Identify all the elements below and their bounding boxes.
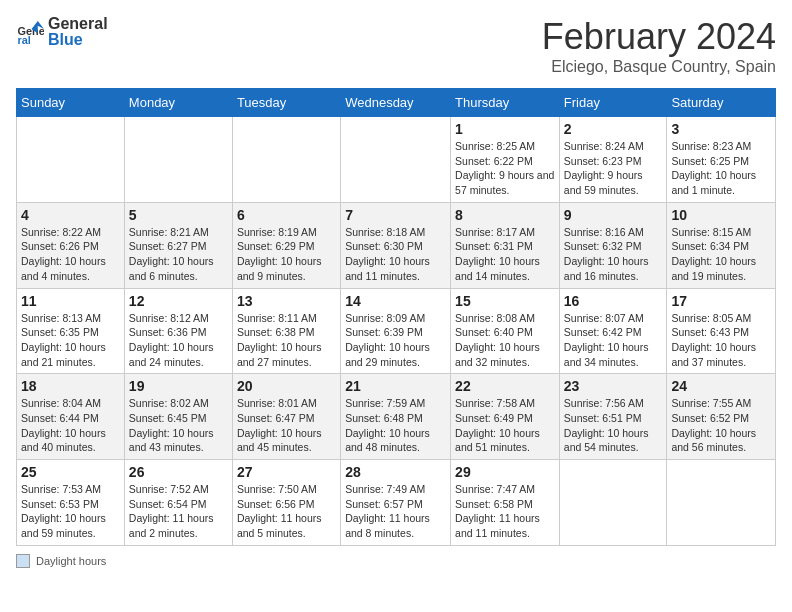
calendar-week-2: 4Sunrise: 8:22 AMSunset: 6:26 PMDaylight… <box>17 202 776 288</box>
day-info: Sunrise: 7:50 AMSunset: 6:56 PMDaylight:… <box>237 482 336 541</box>
calendar-cell: 23Sunrise: 7:56 AMSunset: 6:51 PMDayligh… <box>559 374 667 460</box>
calendar-cell: 5Sunrise: 8:21 AMSunset: 6:27 PMDaylight… <box>124 202 232 288</box>
calendar-cell: 20Sunrise: 8:01 AMSunset: 6:47 PMDayligh… <box>232 374 340 460</box>
logo-icon: Gene ral <box>16 18 44 46</box>
calendar-cell: 12Sunrise: 8:12 AMSunset: 6:36 PMDayligh… <box>124 288 232 374</box>
calendar-week-1: 1Sunrise: 8:25 AMSunset: 6:22 PMDaylight… <box>17 117 776 203</box>
day-number: 29 <box>455 464 555 480</box>
day-info: Sunrise: 8:18 AMSunset: 6:30 PMDaylight:… <box>345 225 446 284</box>
calendar-cell: 25Sunrise: 7:53 AMSunset: 6:53 PMDayligh… <box>17 460 125 546</box>
day-number: 26 <box>129 464 228 480</box>
day-number: 25 <box>21 464 120 480</box>
day-info: Sunrise: 8:23 AMSunset: 6:25 PMDaylight:… <box>671 139 771 198</box>
day-info: Sunrise: 7:47 AMSunset: 6:58 PMDaylight:… <box>455 482 555 541</box>
day-info: Sunrise: 8:08 AMSunset: 6:40 PMDaylight:… <box>455 311 555 370</box>
day-info: Sunrise: 7:59 AMSunset: 6:48 PMDaylight:… <box>345 396 446 455</box>
calendar-cell: 6Sunrise: 8:19 AMSunset: 6:29 PMDaylight… <box>232 202 340 288</box>
day-header-monday: Monday <box>124 89 232 117</box>
day-header-wednesday: Wednesday <box>341 89 451 117</box>
day-number: 14 <box>345 293 446 309</box>
days-header-row: SundayMondayTuesdayWednesdayThursdayFrid… <box>17 89 776 117</box>
day-info: Sunrise: 8:07 AMSunset: 6:42 PMDaylight:… <box>564 311 663 370</box>
day-info: Sunrise: 8:24 AMSunset: 6:23 PMDaylight:… <box>564 139 663 198</box>
calendar-week-3: 11Sunrise: 8:13 AMSunset: 6:35 PMDayligh… <box>17 288 776 374</box>
logo: Gene ral General Blue <box>16 16 108 48</box>
day-number: 3 <box>671 121 771 137</box>
day-info: Sunrise: 8:05 AMSunset: 6:43 PMDaylight:… <box>671 311 771 370</box>
title-area: February 2024 Elciego, Basque Country, S… <box>542 16 776 76</box>
calendar-cell: 26Sunrise: 7:52 AMSunset: 6:54 PMDayligh… <box>124 460 232 546</box>
calendar-cell: 17Sunrise: 8:05 AMSunset: 6:43 PMDayligh… <box>667 288 776 374</box>
day-number: 12 <box>129 293 228 309</box>
day-number: 28 <box>345 464 446 480</box>
calendar-cell: 2Sunrise: 8:24 AMSunset: 6:23 PMDaylight… <box>559 117 667 203</box>
day-number: 9 <box>564 207 663 223</box>
day-info: Sunrise: 7:58 AMSunset: 6:49 PMDaylight:… <box>455 396 555 455</box>
day-info: Sunrise: 8:21 AMSunset: 6:27 PMDaylight:… <box>129 225 228 284</box>
calendar-cell: 8Sunrise: 8:17 AMSunset: 6:31 PMDaylight… <box>451 202 560 288</box>
calendar-cell: 1Sunrise: 8:25 AMSunset: 6:22 PMDaylight… <box>451 117 560 203</box>
day-number: 24 <box>671 378 771 394</box>
calendar-cell: 16Sunrise: 8:07 AMSunset: 6:42 PMDayligh… <box>559 288 667 374</box>
day-info: Sunrise: 8:11 AMSunset: 6:38 PMDaylight:… <box>237 311 336 370</box>
day-number: 20 <box>237 378 336 394</box>
day-info: Sunrise: 7:49 AMSunset: 6:57 PMDaylight:… <box>345 482 446 541</box>
day-number: 15 <box>455 293 555 309</box>
calendar-cell: 24Sunrise: 7:55 AMSunset: 6:52 PMDayligh… <box>667 374 776 460</box>
calendar-cell: 21Sunrise: 7:59 AMSunset: 6:48 PMDayligh… <box>341 374 451 460</box>
day-info: Sunrise: 7:53 AMSunset: 6:53 PMDaylight:… <box>21 482 120 541</box>
day-number: 2 <box>564 121 663 137</box>
calendar-cell <box>559 460 667 546</box>
calendar-cell <box>124 117 232 203</box>
day-number: 13 <box>237 293 336 309</box>
day-info: Sunrise: 8:13 AMSunset: 6:35 PMDaylight:… <box>21 311 120 370</box>
calendar-cell <box>667 460 776 546</box>
calendar-cell <box>341 117 451 203</box>
calendar-cell: 3Sunrise: 8:23 AMSunset: 6:25 PMDaylight… <box>667 117 776 203</box>
day-info: Sunrise: 8:15 AMSunset: 6:34 PMDaylight:… <box>671 225 771 284</box>
logo-blue: Blue <box>48 31 83 48</box>
calendar-cell: 27Sunrise: 7:50 AMSunset: 6:56 PMDayligh… <box>232 460 340 546</box>
day-info: Sunrise: 8:04 AMSunset: 6:44 PMDaylight:… <box>21 396 120 455</box>
calendar-cell: 15Sunrise: 8:08 AMSunset: 6:40 PMDayligh… <box>451 288 560 374</box>
header: Gene ral General Blue February 2024 Elci… <box>16 16 776 76</box>
calendar-cell: 11Sunrise: 8:13 AMSunset: 6:35 PMDayligh… <box>17 288 125 374</box>
day-number: 11 <box>21 293 120 309</box>
day-info: Sunrise: 8:09 AMSunset: 6:39 PMDaylight:… <box>345 311 446 370</box>
day-info: Sunrise: 8:12 AMSunset: 6:36 PMDaylight:… <box>129 311 228 370</box>
calendar-cell: 13Sunrise: 8:11 AMSunset: 6:38 PMDayligh… <box>232 288 340 374</box>
day-number: 10 <box>671 207 771 223</box>
day-number: 21 <box>345 378 446 394</box>
calendar-cell: 7Sunrise: 8:18 AMSunset: 6:30 PMDaylight… <box>341 202 451 288</box>
day-info: Sunrise: 8:16 AMSunset: 6:32 PMDaylight:… <box>564 225 663 284</box>
logo-general: General <box>48 15 108 32</box>
day-header-thursday: Thursday <box>451 89 560 117</box>
calendar-cell: 9Sunrise: 8:16 AMSunset: 6:32 PMDaylight… <box>559 202 667 288</box>
location-title: Elciego, Basque Country, Spain <box>542 58 776 76</box>
day-number: 22 <box>455 378 555 394</box>
daylight-box <box>16 554 30 568</box>
day-number: 18 <box>21 378 120 394</box>
calendar-cell: 29Sunrise: 7:47 AMSunset: 6:58 PMDayligh… <box>451 460 560 546</box>
day-info: Sunrise: 8:02 AMSunset: 6:45 PMDaylight:… <box>129 396 228 455</box>
calendar-cell: 28Sunrise: 7:49 AMSunset: 6:57 PMDayligh… <box>341 460 451 546</box>
day-header-friday: Friday <box>559 89 667 117</box>
day-info: Sunrise: 7:56 AMSunset: 6:51 PMDaylight:… <box>564 396 663 455</box>
calendar-cell: 18Sunrise: 8:04 AMSunset: 6:44 PMDayligh… <box>17 374 125 460</box>
calendar-cell: 22Sunrise: 7:58 AMSunset: 6:49 PMDayligh… <box>451 374 560 460</box>
day-number: 4 <box>21 207 120 223</box>
day-info: Sunrise: 7:55 AMSunset: 6:52 PMDaylight:… <box>671 396 771 455</box>
calendar-cell <box>17 117 125 203</box>
day-info: Sunrise: 8:17 AMSunset: 6:31 PMDaylight:… <box>455 225 555 284</box>
day-info: Sunrise: 8:01 AMSunset: 6:47 PMDaylight:… <box>237 396 336 455</box>
day-number: 7 <box>345 207 446 223</box>
day-number: 16 <box>564 293 663 309</box>
day-number: 6 <box>237 207 336 223</box>
day-info: Sunrise: 8:19 AMSunset: 6:29 PMDaylight:… <box>237 225 336 284</box>
day-info: Sunrise: 8:25 AMSunset: 6:22 PMDaylight:… <box>455 139 555 198</box>
day-header-saturday: Saturday <box>667 89 776 117</box>
day-number: 8 <box>455 207 555 223</box>
calendar-cell: 4Sunrise: 8:22 AMSunset: 6:26 PMDaylight… <box>17 202 125 288</box>
day-number: 19 <box>129 378 228 394</box>
calendar-week-4: 18Sunrise: 8:04 AMSunset: 6:44 PMDayligh… <box>17 374 776 460</box>
